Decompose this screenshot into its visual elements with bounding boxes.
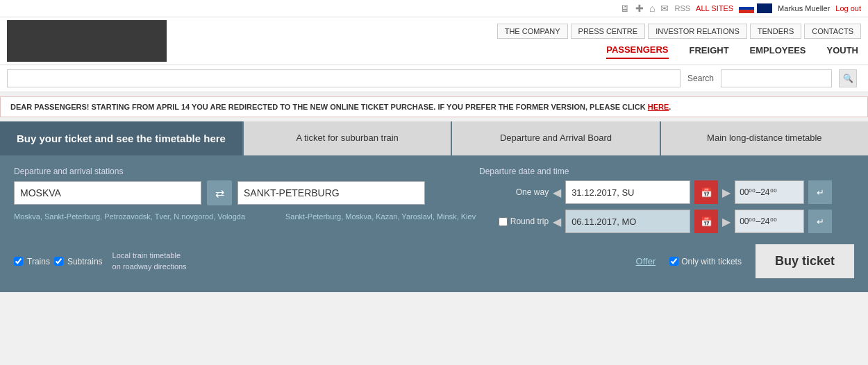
date-label: Departure date and time xyxy=(479,167,569,176)
return-date-input[interactable] xyxy=(565,210,690,233)
to-station-input[interactable] xyxy=(237,181,425,205)
offer-link[interactable]: Offer xyxy=(636,256,656,266)
main-content: Buy your ticket and see the timetable he… xyxy=(0,121,868,292)
from-station-input[interactable] xyxy=(14,181,201,205)
departure-date-input[interactable] xyxy=(565,180,690,204)
top-bar: 🖥 ✚ ⌂ ✉ RSS ALL SITES Markus Mueller Log… xyxy=(0,0,868,17)
only-tickets-group: Only with tickets xyxy=(669,257,742,266)
search-label: Search xyxy=(687,74,714,83)
header: THE COMPANY PRESS CENTRE INVESTOR RELATI… xyxy=(0,17,868,65)
monitor-icon[interactable]: 🖥 xyxy=(620,3,630,14)
return-calendar-button[interactable]: 📅 xyxy=(694,210,718,233)
header-nav-top: THE COMPANY PRESS CENTRE INVESTOR RELATI… xyxy=(181,24,861,39)
tab-buy-ticket[interactable]: Buy your ticket and see the timetable he… xyxy=(0,121,242,155)
swap-icon: ⇄ xyxy=(215,187,224,200)
mail-icon[interactable]: ✉ xyxy=(660,3,669,14)
home-icon[interactable]: ⌂ xyxy=(649,3,655,14)
subtrains-checkbox[interactable] xyxy=(54,257,63,266)
one-way-row: One way ◀ 📅 ▶ ↵ xyxy=(496,180,854,204)
local-timetable-label: Local train timetable on roadway directi… xyxy=(112,251,187,272)
flag-uk-icon[interactable] xyxy=(757,3,772,13)
trains-checkbox[interactable] xyxy=(14,257,23,266)
return-calendar-icon: 📅 xyxy=(701,217,712,227)
nav-btn-press[interactable]: PRESS CENTRE xyxy=(571,24,646,39)
only-tickets-checkbox[interactable] xyxy=(669,257,678,266)
info-banner: DEAR PASSENGERS! STARTING FROM APRIL 14 … xyxy=(0,96,868,117)
search-small-input[interactable] xyxy=(721,69,832,87)
logo xyxy=(7,20,167,62)
clock-icon: ↵ xyxy=(817,187,824,198)
main-search-input[interactable] xyxy=(7,69,681,87)
calendar-icon: 📅 xyxy=(701,187,712,198)
header-nav-bottom: PASSENGERS FREIGHT EMPLOYEES YOUTH xyxy=(181,42,861,59)
return-date-prev-arrow[interactable]: ◀ xyxy=(553,215,561,228)
nav-btn-company[interactable]: THE COMPANY xyxy=(497,24,568,39)
only-tickets-label[interactable]: Only with tickets xyxy=(681,257,742,266)
tab-suburban[interactable]: A ticket for suburban train xyxy=(242,121,451,155)
subtrains-label[interactable]: Subtrains xyxy=(67,257,103,266)
departure-calendar-button[interactable]: 📅 xyxy=(694,180,718,204)
rss-icon[interactable]: RSS xyxy=(674,4,690,12)
tab-departure-board[interactable]: Departure and Arrival Board xyxy=(451,121,659,155)
round-trip-row: Round trip ◀ 📅 ▶ ↵ xyxy=(496,210,854,233)
header-nav: THE COMPANY PRESS CENTRE INVESTOR RELATI… xyxy=(181,24,861,59)
user-profile-link[interactable]: Markus Mueller xyxy=(778,4,830,12)
to-quick-links: Sankt-Peterburg, Moskva, Kazan, Yaroslav… xyxy=(285,212,476,221)
return-time-input[interactable] xyxy=(735,210,804,233)
flag-ru-icon[interactable] xyxy=(739,3,754,13)
return-clock-icon: ↵ xyxy=(817,217,824,227)
nav-btn-contacts[interactable]: CONTACTS xyxy=(804,24,861,39)
date-prev-arrow[interactable]: ◀ xyxy=(553,186,561,199)
dates-col: One way ◀ 📅 ▶ ↵ Round tri xyxy=(496,180,854,233)
return-clock-button[interactable]: ↵ xyxy=(808,210,832,233)
from-quick-links: Moskva, Sankt-Peterburg, Petrozavodsk, T… xyxy=(14,212,245,221)
search-bar: Search 🔍 xyxy=(0,65,868,92)
language-flags xyxy=(739,3,772,13)
round-trip-checkbox[interactable] xyxy=(499,217,508,226)
all-sites-link[interactable]: ALL SITES xyxy=(696,4,733,12)
round-trip-label[interactable]: Round trip xyxy=(510,217,549,226)
stations-col: ⇄ Moskva, Sankt-Peterburg, Petrozavodsk,… xyxy=(14,180,476,221)
main-nav-passengers[interactable]: PASSENGERS xyxy=(606,42,668,59)
banner-text: DEAR PASSENGERS! STARTING FROM APRIL 14 … xyxy=(10,103,648,111)
train-type-group: Trains Subtrains Local train timetable o… xyxy=(14,251,187,272)
banner-end: . xyxy=(669,103,671,111)
return-date-next-arrow[interactable]: ▶ xyxy=(722,215,731,228)
main-nav-youth[interactable]: YOUTH xyxy=(827,42,859,58)
one-way-label: One way xyxy=(496,187,549,197)
right-bottom: Offer Only with tickets Buy ticket xyxy=(636,244,854,278)
logout-link[interactable]: Log out xyxy=(835,4,861,12)
main-nav-employees[interactable]: EMPLOYEES xyxy=(750,42,806,58)
search-submit-button[interactable]: 🔍 xyxy=(839,69,857,87)
main-nav-freight[interactable]: FREIGHT xyxy=(690,42,729,58)
nav-btn-tenders[interactable]: TENDERS xyxy=(750,24,802,39)
departure-time-input[interactable] xyxy=(735,180,804,204)
swap-stations-button[interactable]: ⇄ xyxy=(207,180,232,205)
magnifier-icon: 🔍 xyxy=(843,74,853,83)
trains-label[interactable]: Trains xyxy=(27,257,50,266)
nav-btn-investor[interactable]: INVESTOR RELATIONS xyxy=(648,24,747,39)
banner-link[interactable]: HERE xyxy=(648,103,669,111)
tabs-row: Buy your ticket and see the timetable he… xyxy=(0,121,868,155)
form-area: Departure and arrival stations Departure… xyxy=(0,155,868,292)
stations-label: Departure and arrival stations xyxy=(14,167,123,176)
bottom-row: Trains Subtrains Local train timetable o… xyxy=(14,244,854,278)
plus-icon[interactable]: ✚ xyxy=(635,3,644,14)
tab-timetable[interactable]: Main long-distance timetable xyxy=(660,121,868,155)
date-next-arrow[interactable]: ▶ xyxy=(722,186,731,199)
buy-ticket-button[interactable]: Buy ticket xyxy=(756,244,854,278)
top-icons: 🖥 ✚ ⌂ ✉ RSS ALL SITES xyxy=(620,3,733,14)
departure-clock-button[interactable]: ↵ xyxy=(808,180,832,204)
